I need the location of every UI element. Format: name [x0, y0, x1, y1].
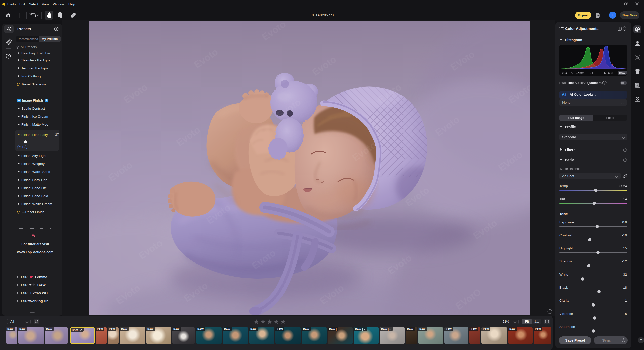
svg-text:Ai: Ai: [562, 93, 566, 97]
